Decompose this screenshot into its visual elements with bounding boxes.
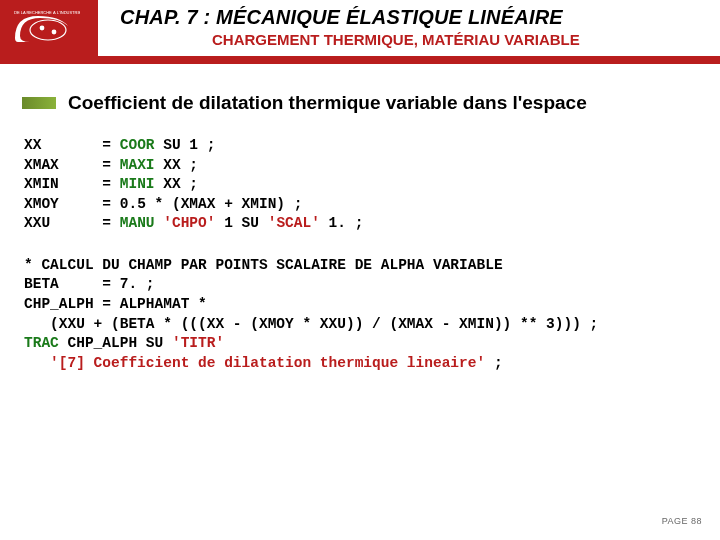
- keyword: MINI: [120, 176, 155, 192]
- svg-point-2: [52, 30, 57, 35]
- code-text: XX ;: [155, 176, 199, 192]
- string-literal: '[7] Coefficient de dilatation thermique…: [24, 355, 485, 371]
- code-text: 1. ;: [320, 215, 364, 231]
- page-number: PAGE 88: [662, 516, 702, 526]
- chapter-title: CHAP. 7 : MÉCANIQUE ÉLASTIQUE LINÉAIRE: [120, 6, 720, 29]
- svg-text:DE LA RECHERCHE À L'INDUSTRIE: DE LA RECHERCHE À L'INDUSTRIE: [14, 10, 80, 15]
- header-white-panel: CHAP. 7 : MÉCANIQUE ÉLASTIQUE LINÉAIRE C…: [98, 0, 720, 56]
- string-literal: 'TITR': [172, 335, 224, 351]
- code-text: (XXU + (BETA * (((XX - (XMOY * XXU)) / (…: [24, 316, 598, 332]
- string-literal: 'SCAL': [268, 215, 320, 231]
- code-text: XX ;: [155, 157, 199, 173]
- keyword: TRAC: [24, 335, 59, 351]
- code-text: BETA = 7. ;: [24, 276, 155, 292]
- code-text: ;: [485, 355, 502, 371]
- keyword: COOR: [120, 137, 155, 153]
- keyword: MAXI: [120, 157, 155, 173]
- section-heading-row: Coefficient de dilatation thermique vari…: [22, 92, 698, 114]
- code-text: CHP_ALPH SU: [59, 335, 172, 351]
- string-literal: 'CHPO': [163, 215, 215, 231]
- code-text: XMOY: [24, 196, 102, 212]
- code-text: XX: [24, 137, 102, 153]
- cea-logo: DE LA RECHERCHE À L'INDUSTRIE: [10, 8, 80, 46]
- code-text: XXU: [24, 215, 102, 231]
- code-text: 1 SU: [215, 215, 267, 231]
- keyword: MANU: [120, 215, 155, 231]
- svg-point-1: [40, 26, 45, 31]
- slide-content: Coefficient de dilatation thermique vari…: [0, 64, 720, 373]
- code-text: XMIN: [24, 176, 102, 192]
- code-text: 0.5 * (XMAX + XMIN) ;: [120, 196, 303, 212]
- code-text: SU 1 ;: [155, 137, 216, 153]
- code-text: XMAX: [24, 157, 102, 173]
- svg-point-0: [30, 20, 66, 40]
- code-block-1: XX = COOR SU 1 ; XMAX = MAXI XX ; XMIN =…: [24, 136, 698, 234]
- code-text: CHP_ALPH = ALPHAMAT *: [24, 296, 207, 312]
- code-block-2: * CALCUL DU CHAMP PAR POINTS SCALAIRE DE…: [24, 256, 698, 373]
- section-title: Coefficient de dilatation thermique vari…: [68, 92, 587, 114]
- chapter-subtitle: CHARGEMENT THERMIQUE, MATÉRIAU VARIABLE: [120, 31, 720, 48]
- slide-header: DE LA RECHERCHE À L'INDUSTRIE CHAP. 7 : …: [0, 0, 720, 64]
- code-text: * CALCUL DU CHAMP PAR POINTS SCALAIRE DE…: [24, 257, 503, 273]
- bullet-icon: [22, 97, 56, 109]
